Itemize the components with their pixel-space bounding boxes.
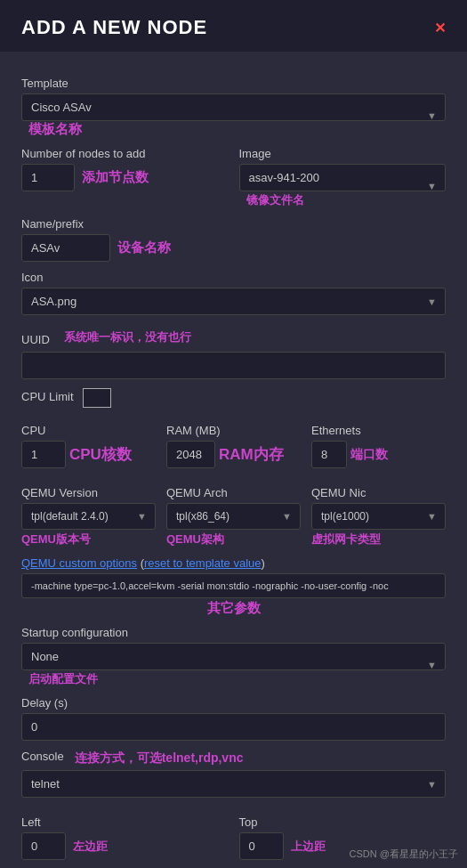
qemu-arch-annotation: QEMU架构 xyxy=(166,531,301,548)
qemu-custom-annotation: 其它参数 xyxy=(21,600,446,617)
ram-label: RAM (MB) xyxy=(166,424,301,437)
uuid-label: UUID xyxy=(21,333,50,346)
qemu-nic-select[interactable]: tpl(e1000) xyxy=(311,503,446,530)
console-select-wrapper: telnet xyxy=(21,770,446,798)
image-label: Image xyxy=(239,147,447,160)
cpu-col: CPU CPU核数 xyxy=(21,415,156,468)
eth-annotation: 端口数 xyxy=(350,447,388,463)
image-col: Image asav-941-200 镜像文件名 xyxy=(239,138,447,208)
icon-label: Icon xyxy=(21,271,446,284)
qemu-version-select[interactable]: tpl(default 2.4.0) xyxy=(21,503,156,530)
cpu-annotation: CPU核数 xyxy=(69,444,132,465)
qemu-arch-col: QEMU Arch tpl(x86_64) QEMU架构 xyxy=(166,477,301,548)
dialog-header: ADD A NEW NODE ✕ xyxy=(0,0,467,52)
left-input[interactable] xyxy=(21,832,66,860)
startup-select[interactable]: None xyxy=(21,643,446,670)
qemu-arch-select[interactable]: tpl(x86_64) xyxy=(166,503,301,530)
eth-col: Ethernets 端口数 xyxy=(311,415,446,468)
cpu-limit-checkbox[interactable] xyxy=(83,388,111,408)
qemu-row: QEMU Version tpl(default 2.4.0) QEMU版本号 … xyxy=(21,477,446,548)
qemu-nic-label: QEMU Nic xyxy=(311,486,446,499)
console-select[interactable]: telnet xyxy=(21,770,446,798)
template-label: Template xyxy=(21,77,446,90)
name-prefix-label: Name/prefix xyxy=(21,217,446,231)
eth-input[interactable] xyxy=(311,441,347,468)
top-annotation: 上边距 xyxy=(291,839,326,855)
eth-label: Ethernets xyxy=(311,424,446,437)
image-select-wrapper: asav-941-200 镜像文件名 xyxy=(239,164,447,208)
uuid-input[interactable] xyxy=(21,352,446,379)
name-prefix-input[interactable] xyxy=(21,234,110,262)
startup-label: Startup configuration xyxy=(21,626,446,639)
name-prefix-row: 设备名称 xyxy=(21,234,446,262)
icon-select-wrapper: ASA.png xyxy=(21,288,446,315)
cpu-limit-row: CPU Limit xyxy=(21,388,446,408)
name-prefix-annotation: 设备名称 xyxy=(117,239,171,256)
icon-select[interactable]: ASA.png xyxy=(21,288,446,315)
qemu-version-label: QEMU Version xyxy=(21,486,156,499)
close-button[interactable]: ✕ xyxy=(434,20,446,37)
num-nodes-annotation: 添加节点数 xyxy=(82,169,149,186)
qemu-nic-annotation: 虚拟网卡类型 xyxy=(311,531,446,548)
qemu-arch-select-wrapper: tpl(x86_64) xyxy=(166,503,301,530)
num-nodes-label: Number of nodes to add xyxy=(21,147,229,160)
startup-annotation: 启动配置文件 xyxy=(28,672,98,685)
num-nodes-col: Number of nodes to add 添加节点数 xyxy=(21,138,229,208)
qemu-version-annotation: QEMU版本号 xyxy=(21,531,156,548)
ram-input-row: RAM内存 xyxy=(166,441,301,468)
top-input[interactable] xyxy=(239,832,284,860)
add-node-dialog: ADD A NEW NODE ✕ Template Cisco ASAv 模板名… xyxy=(0,0,467,868)
uuid-annotation: 系统唯一标识，没有也行 xyxy=(64,329,191,345)
qemu-version-select-wrapper: tpl(default 2.4.0) xyxy=(21,503,156,530)
left-col: Left 左边距 xyxy=(21,807,229,860)
left-input-row: 左边距 xyxy=(21,832,229,860)
template-select[interactable]: Cisco ASAv xyxy=(21,93,446,121)
cpu-label: CPU xyxy=(21,424,156,437)
ram-annotation: RAM内存 xyxy=(219,444,284,465)
qemu-arch-label: QEMU Arch xyxy=(166,486,301,499)
top-label: Top xyxy=(239,815,447,829)
left-label: Left xyxy=(21,815,229,829)
watermark: CSDN @看星星的小王子 xyxy=(350,848,458,861)
image-annotation: 镜像文件名 xyxy=(246,193,304,207)
left-annotation: 左边距 xyxy=(73,839,108,855)
console-label: Console xyxy=(21,750,64,763)
cpu-limit-label: CPU Limit xyxy=(21,390,74,403)
cpu-ram-eth-row: CPU CPU核数 RAM (MB) RAM内存 Ethernets 端口数 xyxy=(21,415,446,468)
dialog-body: Template Cisco ASAv 模板名称 Number of nodes… xyxy=(0,59,467,868)
num-nodes-input[interactable] xyxy=(21,164,75,191)
qemu-custom-input[interactable] xyxy=(21,573,446,598)
cpu-input-row: CPU核数 xyxy=(21,441,156,468)
delay-input[interactable] xyxy=(21,713,446,741)
cpu-input[interactable] xyxy=(21,441,66,468)
template-annotation: 模板名称 xyxy=(28,121,82,136)
console-label-row: Console 连接方式，可选telnet,rdp,vnc xyxy=(21,750,446,767)
ram-input[interactable] xyxy=(166,441,215,468)
console-annotation: 连接方式，可选telnet,rdp,vnc xyxy=(75,750,244,767)
qemu-nic-select-wrapper: tpl(e1000) xyxy=(311,503,446,530)
delay-label: Delay (s) xyxy=(21,696,446,710)
qemu-version-col: QEMU Version tpl(default 2.4.0) QEMU版本号 xyxy=(21,477,156,548)
eth-input-row: 端口数 xyxy=(311,441,446,468)
ram-col: RAM (MB) RAM内存 xyxy=(166,415,301,468)
dialog-title: ADD A NEW NODE xyxy=(21,16,207,39)
reset-link[interactable]: reset to template value xyxy=(144,556,262,570)
image-select[interactable]: asav-941-200 xyxy=(239,164,447,191)
qemu-custom-label: QEMU custom options (reset to template v… xyxy=(21,556,446,570)
qemu-nic-col: QEMU Nic tpl(e1000) 虚拟网卡类型 xyxy=(311,477,446,548)
uuid-label-row: UUID 系统唯一标识，没有也行 xyxy=(21,324,446,350)
nodes-image-row: Number of nodes to add 添加节点数 Image asav-… xyxy=(21,138,446,208)
template-select-wrapper: Cisco ASAv 模板名称 xyxy=(21,93,446,138)
startup-select-wrapper: None 启动配置文件 xyxy=(21,643,446,687)
